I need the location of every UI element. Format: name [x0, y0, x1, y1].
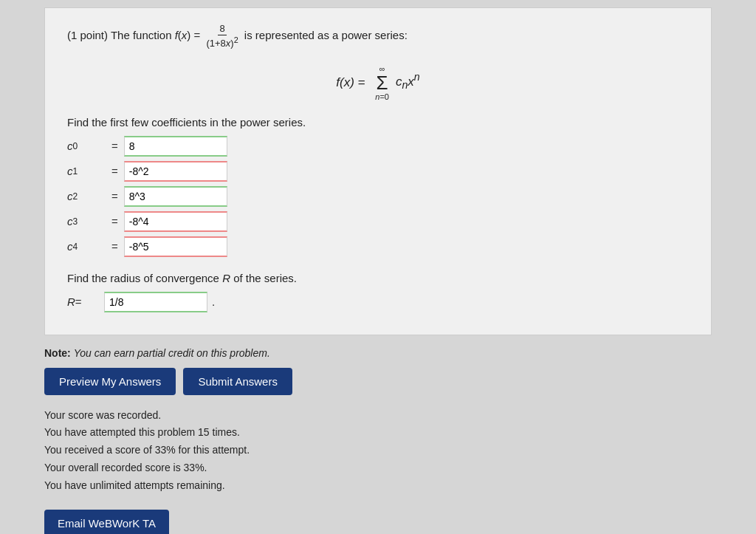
fx-label: f(x) =: [336, 75, 368, 89]
coeff-row-0: c0 =: [67, 136, 689, 157]
coeff-row-2: c2 =: [67, 186, 689, 207]
coeff-row-3: c3 =: [67, 211, 689, 232]
radius-period: .: [212, 295, 215, 308]
coeff-row-4: c4 =: [67, 236, 689, 257]
radius-input[interactable]: [104, 292, 207, 312]
note-text: You can earn partial credit on this prob…: [74, 347, 270, 359]
problem-header: (1 point) The function f(x) = 8 (1+8x)2 …: [67, 23, 689, 49]
coeff-row-1: c1 =: [67, 161, 689, 182]
score-line-1: Your score was recorded.: [44, 407, 712, 425]
email-section: Email WeBWorK TA: [44, 510, 712, 535]
sigma-bottom: n=0: [375, 92, 389, 101]
radius-section: Find the radius of convergence R of the …: [67, 272, 689, 312]
coeff-input-0[interactable]: [124, 136, 227, 157]
coeff-label-4: c4: [67, 240, 111, 253]
coeff-equals-1: =: [111, 165, 118, 177]
coeff-input-1[interactable]: [124, 161, 227, 182]
coeff-label-2: c2: [67, 190, 111, 202]
note-section: Note: You can earn partial credit on thi…: [44, 347, 712, 359]
coeff-equals-4: =: [111, 240, 118, 253]
coeff-label-1: c1: [67, 165, 111, 177]
submit-button[interactable]: Submit Answers: [183, 368, 292, 395]
score-line-3: You received a score of 33% for this att…: [44, 442, 712, 459]
series-term: cnxn: [396, 75, 420, 89]
coeff-label-3: c3: [67, 215, 111, 227]
coeff-equals-3: =: [111, 215, 118, 227]
preview-button[interactable]: Preview My Answers: [44, 368, 176, 395]
score-line-4: Your overall recorded score is 33%.: [44, 459, 712, 477]
coeff-equals-0: =: [111, 140, 118, 152]
coefficients-instruction: Find the first few coefficients in the p…: [67, 116, 689, 129]
radius-row: R = .: [67, 292, 689, 312]
description-text: The function f(x) =: [111, 29, 203, 41]
fraction-numerator: 8: [218, 23, 226, 35]
coeff-input-3[interactable]: [124, 211, 227, 232]
problem-box: (1 point) The function f(x) = 8 (1+8x)2 …: [44, 7, 712, 335]
buttons-section: Preview My Answers Submit Answers: [44, 368, 712, 395]
note-label: Note:: [44, 347, 71, 359]
radius-label: R =: [67, 295, 104, 308]
score-section: Your score was recorded. You have attemp…: [44, 407, 712, 495]
fraction-display: 8 (1+8x)2: [205, 23, 239, 49]
points-label: (1 point): [67, 29, 108, 41]
sigma-symbol: ∞ Σ n=0: [375, 64, 389, 101]
score-line-5: You have unlimited attempts remaining.: [44, 477, 712, 495]
radius-instruction: Find the radius of convergence R of the …: [67, 272, 689, 284]
sigma-char: Σ: [377, 73, 388, 92]
represented-text: is represented as a power series:: [244, 29, 408, 41]
coeff-label-0: c0: [67, 140, 111, 152]
coefficients-section: Find the first few coefficients in the p…: [67, 116, 689, 257]
series-formula-display: f(x) = ∞ Σ n=0 cnxn: [67, 64, 689, 101]
page-container: (1 point) The function f(x) = 8 (1+8x)2 …: [0, 0, 756, 534]
coeff-equals-2: =: [111, 190, 118, 202]
email-button[interactable]: Email WeBWorK TA: [44, 510, 169, 535]
score-line-2: You have attempted this problem 15 times…: [44, 424, 712, 442]
fraction-denominator: (1+8x)2: [205, 35, 239, 49]
coeff-input-4[interactable]: [124, 236, 227, 257]
coeff-input-2[interactable]: [124, 186, 227, 207]
